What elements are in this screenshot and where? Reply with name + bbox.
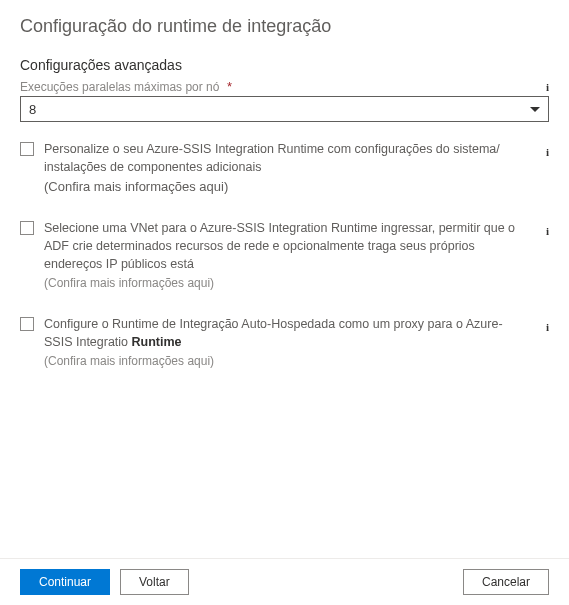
back-button[interactable]: Voltar	[120, 569, 189, 595]
option-label-bold: Runtime	[132, 335, 182, 349]
option-hint[interactable]: (Confira mais informações aqui)	[44, 178, 529, 197]
continue-button[interactable]: Continuar	[20, 569, 110, 595]
page-title: Configuração do runtime de integração	[20, 16, 549, 37]
option-hint[interactable]: (Confira mais informações aqui)	[44, 353, 529, 370]
info-icon[interactable]: i	[546, 146, 549, 158]
info-icon[interactable]: i	[546, 321, 549, 333]
field-label: Execuções paralelas máximas por nó	[20, 80, 219, 94]
checkbox-customize-ssis[interactable]	[20, 142, 34, 156]
info-icon[interactable]: i	[546, 81, 549, 93]
select-value: 8	[29, 102, 530, 117]
option-hint[interactable]: (Confira mais informações aqui)	[44, 275, 529, 292]
checkbox-self-hosted-proxy[interactable]	[20, 317, 34, 331]
option-label: Configure o Runtime de Integração Auto-H…	[44, 317, 503, 349]
option-label: Selecione uma VNet para o Azure-SSIS Int…	[44, 221, 515, 271]
cancel-button[interactable]: Cancelar	[463, 569, 549, 595]
max-parallel-executions-select[interactable]: 8	[20, 96, 549, 122]
required-marker: *	[227, 79, 232, 94]
option-self-hosted-proxy: Configure o Runtime de Integração Auto-H…	[20, 315, 549, 371]
section-heading: Configurações avançadas	[20, 57, 549, 73]
info-icon[interactable]: i	[546, 225, 549, 237]
chevron-down-icon	[530, 107, 540, 112]
footer: Continuar Voltar Cancelar	[0, 558, 569, 605]
option-label: Personalize o seu Azure-SSIS Integration…	[44, 142, 500, 174]
option-customize-ssis: Personalize o seu Azure-SSIS Integration…	[20, 140, 549, 197]
checkbox-vnet[interactable]	[20, 221, 34, 235]
option-vnet: Selecione uma VNet para o Azure-SSIS Int…	[20, 219, 549, 293]
